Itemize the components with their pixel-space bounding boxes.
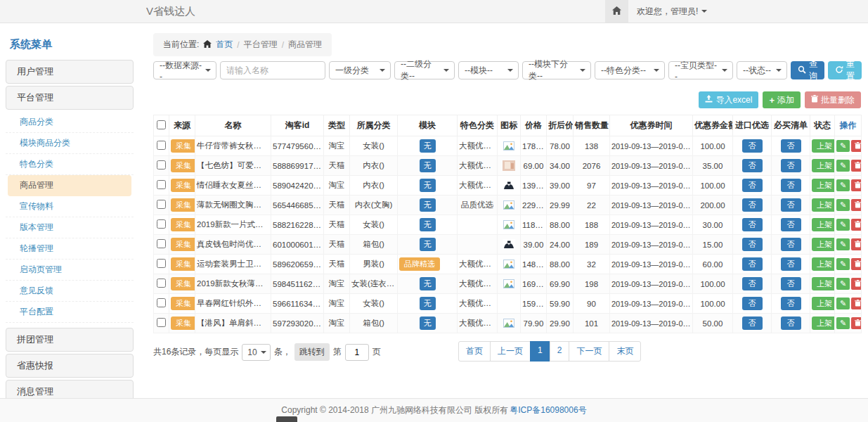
status-toggle[interactable]: 上架 [812,179,835,192]
row-checkbox[interactable] [157,279,166,288]
sidebar-item[interactable]: 版本管理 [6,217,134,238]
edit-button[interactable]: ✎ [836,179,850,191]
row-checkbox[interactable] [157,200,166,209]
filter-select[interactable]: --模块下分类-- [522,61,591,79]
row-checkbox[interactable] [157,219,166,229]
must-buy-toggle[interactable]: 否 [781,316,801,330]
pager-item[interactable]: 2 [550,341,570,362]
import-opt-toggle[interactable]: 否 [742,198,763,212]
sidebar-item[interactable]: 启动页管理 [6,260,134,281]
must-buy-toggle[interactable]: 否 [781,198,801,212]
pager-item[interactable]: 末页 [609,341,641,362]
must-buy-toggle[interactable]: 否 [781,179,801,192]
sidebar-group-header[interactable]: 消息管理 [6,380,134,398]
status-toggle[interactable]: 上架 [812,198,835,212]
page-number-input[interactable] [345,344,369,361]
search-button[interactable]: 查询 [791,61,824,79]
filter-select-source[interactable]: --数据来源-- [153,61,216,79]
reset-button[interactable]: 重置 [828,61,862,79]
import-opt-toggle[interactable]: 否 [742,139,763,153]
sidebar-group-header[interactable]: 平台管理 [6,86,134,110]
edit-button[interactable]: ✎ [836,140,850,152]
filter-select[interactable]: --模块-- [458,61,519,79]
per-page-select[interactable]: 10 [242,344,270,361]
import-opt-toggle[interactable]: 否 [742,277,763,290]
status-toggle[interactable]: 上架 [812,277,835,290]
add-button[interactable]: + 添加 [763,91,801,108]
delete-button[interactable] [851,179,862,191]
edit-button[interactable]: ✎ [836,238,850,250]
sidebar-group-header[interactable]: 用户管理 [6,60,134,84]
must-buy-toggle[interactable]: 否 [781,257,801,271]
pager-item[interactable]: 1 [530,341,550,362]
sidebar-item[interactable]: 商品分类 [6,112,134,133]
sidebar-item[interactable]: 宣传物料 [6,196,134,217]
status-toggle[interactable]: 上架 [812,159,835,172]
name-search-input[interactable] [220,61,325,79]
filter-select[interactable]: --特色分类-- [595,61,665,79]
home-button[interactable] [605,0,628,23]
status-toggle[interactable]: 上架 [812,316,835,330]
edit-button[interactable]: ✎ [836,298,850,309]
edit-button[interactable]: ✎ [836,199,850,211]
row-checkbox[interactable] [157,160,166,170]
filter-select[interactable]: 一级分类 [329,61,391,79]
edit-button[interactable]: ✎ [836,278,850,290]
sidebar-group-header[interactable]: 拼团管理 [6,328,134,352]
filter-select[interactable]: --二级分类-- [394,61,455,79]
status-toggle[interactable]: 上架 [812,238,835,251]
import-opt-toggle[interactable]: 否 [742,238,763,251]
must-buy-toggle[interactable]: 否 [781,218,801,231]
must-buy-toggle[interactable]: 否 [781,297,801,310]
sidebar-group-header[interactable]: 省惠快报 [6,354,134,378]
sidebar-item[interactable]: 特色分类 [6,154,134,175]
import-opt-toggle[interactable]: 否 [742,316,763,330]
pager-item[interactable]: 下一页 [569,341,609,362]
batch-delete-button[interactable]: 批量删除 [805,91,861,108]
select-all-checkbox[interactable] [157,120,166,129]
delete-button[interactable] [851,199,862,211]
row-checkbox[interactable] [157,141,166,150]
row-checkbox[interactable] [157,298,166,307]
sidebar-item[interactable]: 意见反馈 [6,281,134,302]
import-opt-toggle[interactable]: 否 [742,297,763,310]
must-buy-toggle[interactable]: 否 [781,139,801,153]
pager-item[interactable]: 首页 [458,341,491,362]
row-checkbox[interactable] [157,180,166,189]
sidebar-item[interactable]: 平台配置 [6,302,134,323]
import-opt-toggle[interactable]: 否 [742,218,763,231]
delete-button[interactable] [851,278,862,290]
sidebar-item-active[interactable]: 商品管理 [8,175,131,196]
delete-button[interactable] [851,238,862,250]
status-toggle[interactable]: 上架 [812,257,835,271]
must-buy-toggle[interactable]: 否 [781,159,801,172]
status-toggle[interactable]: 上架 [812,218,835,231]
icp-link[interactable]: 粤ICP备16098006号 [510,404,586,416]
edit-button[interactable]: ✎ [836,258,850,270]
delete-button[interactable] [851,160,862,172]
edit-button[interactable]: ✎ [836,317,850,329]
filter-select[interactable]: --状态-- [737,61,787,79]
delete-button[interactable] [851,317,862,329]
delete-button[interactable] [851,140,862,152]
row-checkbox[interactable] [157,318,166,327]
delete-button[interactable] [851,219,862,231]
filter-select[interactable]: --宝贝类型-- [668,61,733,79]
must-buy-toggle[interactable]: 否 [781,238,801,251]
row-checkbox[interactable] [157,259,166,268]
pager-item[interactable]: 上一页 [490,341,531,362]
sidebar-item[interactable]: 模块商品分类 [6,133,134,154]
edit-button[interactable]: ✎ [836,219,850,231]
delete-button[interactable] [851,258,862,270]
edit-button[interactable]: ✎ [836,160,850,172]
import-opt-toggle[interactable]: 否 [742,159,763,172]
import-opt-toggle[interactable]: 否 [742,257,763,271]
jump-to-button[interactable]: 跳转到 [294,343,330,361]
user-menu[interactable]: 欢迎您，管理员! [637,6,707,18]
must-buy-toggle[interactable]: 否 [781,277,801,290]
delete-button[interactable] [851,298,862,309]
row-checkbox[interactable] [157,239,166,248]
sidebar-item[interactable]: 轮播管理 [6,238,134,260]
breadcrumb-home-link[interactable]: 首页 [216,39,233,51]
status-toggle[interactable]: 上架 [812,139,835,153]
